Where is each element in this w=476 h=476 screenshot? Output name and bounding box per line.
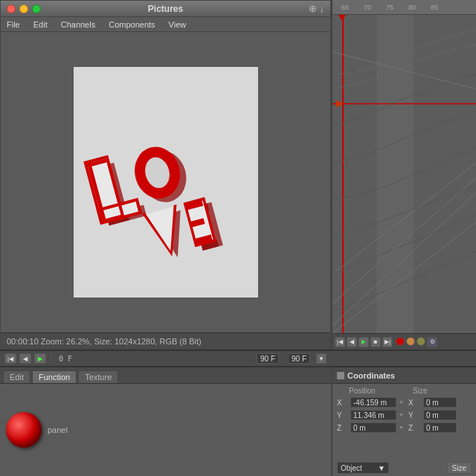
coord-y-size[interactable]: 0 m — [423, 410, 457, 420]
coord-z-size-label: Z — [408, 424, 420, 432]
svg-rect-25 — [376, 15, 413, 333]
tab-texture[interactable]: Texture — [78, 370, 118, 383]
menu-edit[interactable]: Edit — [30, 20, 51, 29]
pictures-window: Pictures ⊕ ↓ File Edit Channels Componen… — [0, 0, 331, 350]
tl-play-btn[interactable]: ▶ — [358, 337, 369, 347]
coord-x-label: X — [337, 399, 347, 407]
tl-prev-end-btn[interactable]: |◀ — [335, 337, 345, 347]
coord-y-label: Y — [337, 411, 347, 419]
tl-stop-btn[interactable]: ■ — [370, 337, 381, 347]
bottom-tabs: Edit Function Texture — [0, 367, 331, 384]
tab-function[interactable]: Function — [32, 370, 77, 383]
coords-bottom: Object ▼ Size — [332, 460, 476, 476]
move-icon[interactable]: ⊕ — [309, 3, 317, 14]
x-plus-icon: + — [399, 399, 405, 406]
coord-x-pos[interactable]: -46.159 m — [350, 397, 396, 408]
resize-icon[interactable]: ↓ — [320, 3, 325, 14]
z-plus-icon: + — [399, 424, 405, 431]
tl-prev-btn[interactable]: ◀ — [347, 337, 357, 347]
tl-next-end-btn[interactable]: ▶| — [382, 337, 393, 347]
window-titlebar: Pictures ⊕ ↓ — [1, 1, 330, 17]
timeline-ruler: 65 70 75 80 85 — [332, 0, 476, 15]
coords-col-headers: Position Size — [337, 387, 472, 395]
keyframe-graph — [332, 15, 476, 333]
coord-z-pos[interactable]: 0 m — [350, 422, 396, 433]
material-sphere[interactable] — [6, 412, 42, 448]
svg-marker-27 — [336, 100, 344, 107]
frame-display: 0 F — [59, 355, 72, 363]
coords-title: Coordinates — [347, 371, 395, 380]
coords-content: Position Size X -46.159 m + X 0 m Y 11.3… — [332, 384, 476, 460]
coord-row-y: Y 11.346 m + Y 0 m — [337, 410, 472, 420]
transport-play[interactable]: ▶ — [34, 353, 46, 364]
tab-edit[interactable]: Edit — [3, 370, 30, 383]
coords-header: Coordinates — [332, 367, 476, 384]
tl-orange-btn1[interactable] — [406, 337, 415, 346]
coord-row-x: X -46.159 m + X 0 m — [337, 397, 472, 408]
bottom-section: Edit Function Texture panel Coordinates … — [0, 366, 476, 476]
ruler-label-85: 85 — [423, 4, 446, 11]
col-header-size: Size — [413, 387, 450, 395]
window-controls-right: ⊕ ↓ — [309, 3, 325, 14]
coord-z-label: Z — [337, 424, 347, 432]
canvas-wrapper — [1, 32, 330, 332]
coords-icon — [337, 372, 344, 379]
ruler-label-75: 75 — [379, 4, 401, 11]
timeline-content — [332, 15, 476, 333]
coord-x-size[interactable]: 0 m — [423, 397, 457, 408]
menu-components[interactable]: Components — [106, 20, 158, 29]
ruler-label-65: 65 — [334, 4, 356, 11]
canvas-area — [1, 32, 330, 332]
expand-icon[interactable]: ▼ — [316, 353, 327, 364]
menu-file[interactable]: File — [4, 20, 23, 29]
transport-prev[interactable]: ◀ — [19, 353, 31, 364]
transport-left: |◀ ◀ ▶ 0 F ▼ — [0, 353, 331, 364]
frame-end-input1[interactable] — [257, 353, 279, 364]
menu-bar: File Edit Channels Components View — [1, 17, 330, 32]
status-bar: 00:00:10 Zoom: 26.2%, Size: 1024x1280, R… — [1, 332, 330, 349]
ruler-label-70: 70 — [356, 4, 379, 11]
coord-y-pos[interactable]: 11.346 m — [350, 410, 396, 420]
minimize-button[interactable] — [19, 4, 28, 13]
status-text: 00:00:10 Zoom: 26.2%, Size: 1024x1280, R… — [7, 337, 202, 346]
y-plus-icon: + — [399, 411, 405, 419]
menu-channels[interactable]: Channels — [58, 20, 98, 29]
maximize-button[interactable] — [32, 4, 41, 13]
love-3d-image — [48, 96, 240, 314]
ruler-label-80: 80 — [401, 4, 423, 11]
bottom-content: panel — [0, 384, 331, 476]
coordinates-panel: Coordinates Position Size X -46.159 m + … — [331, 367, 476, 476]
tl-orange-btn2[interactable] — [416, 337, 425, 346]
dropdown-arrow: ▼ — [378, 464, 385, 472]
bottom-left-panel: Edit Function Texture panel — [0, 367, 331, 476]
col-header-position: Position — [349, 387, 399, 395]
transport-prev-end[interactable]: |◀ — [4, 353, 16, 364]
coord-z-size[interactable]: 0 m — [423, 422, 457, 433]
frame-end-input2[interactable] — [288, 353, 310, 364]
image-canvas — [74, 67, 258, 298]
tl-record-btn[interactable] — [396, 337, 405, 346]
object-dropdown[interactable]: Object ▼ — [337, 462, 389, 474]
timeline-panel: 65 70 75 80 85 — [331, 0, 476, 350]
window-buttons — [7, 4, 41, 13]
material-label: panel — [48, 425, 68, 434]
size-button[interactable]: Size — [447, 462, 472, 474]
menu-view[interactable]: View — [166, 20, 190, 29]
close-button[interactable] — [7, 4, 16, 13]
window-title: Pictures — [148, 4, 183, 14]
transport-bar: |◀ ◀ ▶ 0 F ▼ — [0, 350, 476, 366]
coord-row-z: Z 0 m + Z 0 m — [337, 422, 472, 433]
coord-y-size-label: Y — [408, 411, 420, 419]
coord-x-size-label: X — [408, 399, 420, 407]
timeline-transport: |◀ ◀ ▶ ■ ▶| ⚙ — [332, 333, 476, 350]
tl-settings-btn[interactable]: ⚙ — [427, 337, 437, 347]
